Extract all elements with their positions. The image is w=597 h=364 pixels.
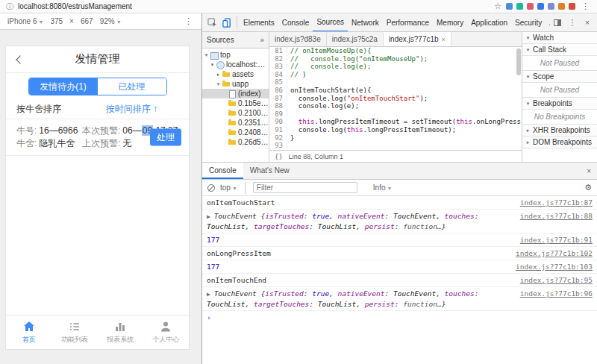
- device-select[interactable]: iPhone 6▼: [7, 17, 43, 25]
- tree-item--index-[interactable]: (index): [202, 89, 269, 98]
- tree-item-0-1b5ee92[interactable]: 0.1b5ee92: [202, 98, 269, 108]
- tree-chevron-icon: ▾: [209, 62, 216, 68]
- device-height-field[interactable]: 667: [81, 17, 93, 25]
- list-item[interactable]: 牛号:16—6966 本次预警:06—09 17:37 牛舍:隐乳牛舍 上次预警…: [6, 119, 189, 156]
- file-tab[interactable]: index.js?77c1b×: [384, 32, 451, 46]
- console-settings-icon[interactable]: ⚙: [584, 183, 592, 192]
- devtools-tab-application[interactable]: Application: [467, 13, 511, 32]
- devtools-tab-sources[interactable]: Sources: [313, 13, 348, 32]
- sidebar-section-watch[interactable]: ▾Watch: [522, 32, 597, 44]
- console-source-link[interactable]: index.js?77c1b:88: [520, 211, 593, 221]
- sidebar-section-call-stack[interactable]: ▾Call Stack: [522, 44, 597, 56]
- editor-scrollbar[interactable]: [516, 48, 521, 75]
- sort-by-barn[interactable]: 按牛舍排序: [16, 103, 61, 116]
- console-filter-input[interactable]: [253, 182, 357, 193]
- nav-item-reports[interactable]: 报表系统: [98, 316, 143, 349]
- tree-item-top[interactable]: ▾top: [202, 50, 269, 60]
- expand-arrow-icon[interactable]: ▶: [207, 213, 214, 220]
- file-tab[interactable]: index.js?5c2a: [327, 32, 384, 46]
- tree-item-assets[interactable]: ▸assets: [202, 69, 269, 79]
- drawer-tab-whats-new[interactable]: What's New: [243, 163, 296, 179]
- console-level-select[interactable]: Info▼: [373, 183, 393, 192]
- pretty-print-icon[interactable]: {}: [275, 153, 283, 160]
- tree-item-0-2408ec9[interactable]: 0.2408ec9: [202, 128, 269, 137]
- console-message: index.js?77c1b:91177: [202, 233, 597, 247]
- sort-by-time-link[interactable]: 按时间排序 ↑: [106, 103, 157, 116]
- device-toolbar-menu-icon[interactable]: ⋮: [183, 16, 194, 26]
- console-message: index.js?77c1b:96▶ TouchEvent {isTrusted…: [202, 287, 597, 311]
- extension-icon[interactable]: [558, 3, 565, 10]
- tree-item-label: 0.1b5ee92: [238, 99, 269, 107]
- tab-estrus-pending[interactable]: 发情待办(1): [29, 78, 98, 95]
- dock-side-icon[interactable]: [550, 15, 565, 30]
- navigator-tab-sources[interactable]: Sources: [207, 36, 234, 44]
- page-viewport: iPhone 6▼ 375 × 667 92%▼ ⋮ 发情管理 发情待办(1) …: [0, 13, 201, 364]
- devtools-menu-icon[interactable]: ⋮: [565, 15, 580, 30]
- close-tab-icon[interactable]: ×: [442, 36, 446, 43]
- tree-item-0-23514a9[interactable]: 0.23514a9: [202, 118, 269, 128]
- nav-item-profile[interactable]: 个人中心: [143, 316, 189, 349]
- bookmark-star-icon[interactable]: ☆: [494, 1, 501, 11]
- navigator-overflow-icon[interactable]: »: [260, 36, 264, 44]
- devtools-tab-network[interactable]: Network: [348, 13, 383, 32]
- extension-icon[interactable]: [506, 3, 513, 10]
- extension-icon[interactable]: [516, 3, 523, 10]
- dimensions-times: ×: [69, 17, 74, 25]
- console-drawer-tabs: Console What's New ×: [202, 163, 597, 180]
- tree-item-localhost-8080[interactable]: ▾localhost:8080: [202, 60, 269, 69]
- devtools-tab-memory[interactable]: Memory: [433, 13, 467, 32]
- browser-menu-icon[interactable]: ⋮: [580, 1, 591, 11]
- file-tab-label: index.js?d83e: [275, 35, 321, 43]
- tree-item-uapp[interactable]: ▾uapp: [202, 79, 269, 89]
- extension-icon[interactable]: [548, 3, 554, 10]
- page-info-icon[interactable]: ⓘ: [6, 1, 13, 12]
- console-object-preview[interactable]: ▶ TouchEvent {isTrusted: true, nativeEve…: [207, 212, 478, 230]
- device-toolbar-toggle-icon[interactable]: [219, 15, 234, 30]
- url-text[interactable]: localhost:8080/estrusManagement: [18, 2, 132, 10]
- console-source-link[interactable]: index.js?77c1b:95: [520, 275, 593, 285]
- devtools-tab-security[interactable]: Security: [511, 13, 546, 32]
- code-view[interactable]: 81828384858687888990919293 // onItemMous…: [269, 47, 522, 150]
- tree-item-0-26d5246[interactable]: 0.26d5246: [202, 137, 269, 147]
- console-source-link[interactable]: index.js?77c1b:96: [520, 289, 593, 298]
- line-number: 90: [269, 118, 283, 126]
- file-tab[interactable]: index.js?d83e: [269, 32, 327, 46]
- line-number: 88: [269, 102, 283, 110]
- zoom-select[interactable]: 92%▼: [100, 17, 122, 25]
- nav-item-home[interactable]: 首页: [6, 316, 51, 349]
- sidebar-section-scope[interactable]: ▾Scope: [522, 71, 597, 83]
- clear-console-icon[interactable]: [207, 184, 215, 192]
- extension-icon[interactable]: [537, 3, 544, 10]
- console-source-link[interactable]: index.js?77c1b:103: [516, 262, 593, 272]
- console-object-preview[interactable]: ▶ TouchEvent {isTrusted: true, nativeEve…: [207, 289, 478, 308]
- section-chevron-icon: ▸: [525, 139, 531, 145]
- nav-label: 首页: [22, 335, 36, 345]
- extension-icon[interactable]: [527, 3, 534, 10]
- tab-processed[interactable]: 已处理: [98, 78, 166, 95]
- expand-arrow-icon[interactable]: ▶: [207, 291, 214, 298]
- console-source-link[interactable]: index.js?77c1b:87: [520, 198, 593, 207]
- devtools-tab-elements[interactable]: Elements: [240, 13, 278, 32]
- sidebar-section-breakpoints[interactable]: ▾Breakpoints: [522, 98, 597, 110]
- inspect-element-icon[interactable]: [204, 15, 219, 30]
- drawer-close-icon[interactable]: ×: [581, 167, 597, 175]
- sidebar-section-xhr-breakpoints[interactable]: ▸XHR Breakpoints: [522, 125, 597, 136]
- tree-chevron-icon: ▾: [215, 81, 222, 87]
- devtools-tab-performance[interactable]: Performance: [383, 13, 433, 32]
- device-width-field[interactable]: 375: [50, 17, 63, 25]
- console-message-text: onLongPressItem: [207, 249, 271, 257]
- console-prompt[interactable]: ›: [202, 311, 597, 324]
- extension-icon[interactable]: [569, 3, 575, 10]
- console-context-select[interactable]: top▼: [220, 183, 237, 192]
- sidebar-section-dom-breakpoints[interactable]: ▸DOM Breakpoints: [522, 136, 597, 148]
- handle-button[interactable]: 处理: [150, 129, 181, 146]
- tree-item-0-21001ee[interactable]: 0.21001ee: [202, 108, 269, 118]
- console-source-link[interactable]: index.js?77c1b:91: [520, 235, 593, 245]
- devtools-tab-console[interactable]: Console: [278, 13, 313, 32]
- devtools-close-icon[interactable]: ×: [580, 15, 595, 30]
- drawer-tab-console[interactable]: Console: [202, 163, 243, 179]
- nav-item-functions[interactable]: 功能列表: [51, 316, 97, 349]
- cow-number-cell: 牛号:16—6966: [16, 125, 82, 137]
- back-icon[interactable]: [16, 55, 24, 63]
- console-source-link[interactable]: index.js?77c1b:102: [516, 248, 593, 258]
